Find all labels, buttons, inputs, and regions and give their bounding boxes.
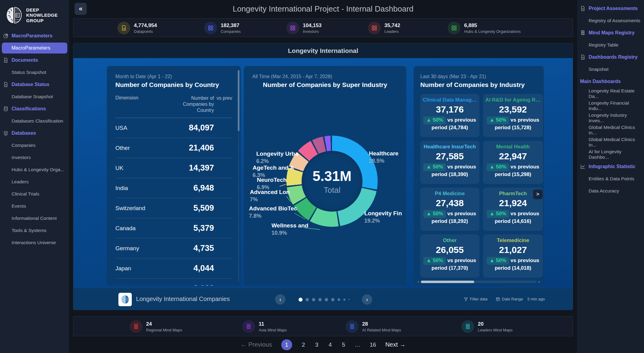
table-row: Japan4,044 <box>115 258 232 279</box>
right-nav-item-global-medical-clinics-in[interactable]: Global Medical Clinics In... <box>577 124 644 136</box>
brain-icon <box>120 294 130 305</box>
right-nav-item-global-medical-clinics-in[interactable]: Global Medical Clinics In... <box>577 136 644 148</box>
tile-comparison: ▲ 50% vs previous period (14,018) <box>485 257 541 272</box>
left-nav-item-hubs-longevity-orga[interactable]: Hubs & Longevity Orga... <box>0 164 69 176</box>
left-nav-item-databases-classification[interactable]: Databases Classification <box>0 115 69 127</box>
column-header: vs prev <box>216 95 232 113</box>
carousel-prev-button[interactable]: ‹ <box>275 294 285 305</box>
right-nav-item-longevity-real-estate-da[interactable]: Longevity Real Estate Da... <box>577 88 644 100</box>
app-root: DEEP KNOWLEDGE GROUP MacroParametersMacr… <box>0 0 644 353</box>
card-title: Number of Companies by Country <box>115 81 232 88</box>
right-nav-item-longevity-financial-indu[interactable]: Longevity Financial Indu... <box>577 100 644 112</box>
right-nav-item-snapshot[interactable]: Snapshot <box>577 63 644 75</box>
date-range-label: Date Range <box>502 297 523 301</box>
column-header: Number of Companies by Country <box>168 95 214 113</box>
right-nav-item-mind-maps-registry[interactable]: Mind Maps Registry <box>577 27 644 39</box>
nav-item-label: Databases Classification <box>12 118 63 124</box>
pagination-previous[interactable]: ← Previous <box>240 341 272 348</box>
left-nav-item-tools-systems[interactable]: Tools & Systems <box>0 224 69 237</box>
nav-item-label: Dashboards Registry <box>589 54 638 60</box>
carousel-dot[interactable] <box>306 298 309 301</box>
carousel-dot[interactable] <box>331 298 334 301</box>
chart-icon <box>580 164 586 169</box>
date-range-button[interactable]: Date Range <box>496 297 523 301</box>
pagination-page-1[interactable]: 1 <box>281 339 292 350</box>
left-nav-item-database-snapshot[interactable]: Database Snapshot <box>0 91 69 103</box>
left-nav-item-macroparameters[interactable]: MacroParameters <box>2 43 67 54</box>
left-nav-item-companies[interactable]: Companies <box>0 139 69 151</box>
right-nav-item-infographic-statistic[interactable]: Infographic Statistic <box>577 161 644 173</box>
left-nav-item-clinical-trials[interactable]: Clinical Trials <box>0 188 69 200</box>
filter-data-button[interactable]: Filter data <box>464 297 488 301</box>
stat-item: 6,885Hubs & Longevity Organizations <box>448 22 521 34</box>
left-nav-item-events[interactable]: Events <box>0 200 69 212</box>
calendar-icon <box>496 297 500 301</box>
stat-value: 104,153 <box>303 22 321 29</box>
industry-tile: Telemedicine21,027▲ 50% vs previous peri… <box>483 234 543 278</box>
left-nav-item-macroparameters[interactable]: MacroParameters <box>0 30 69 42</box>
pagination-page-4[interactable]: 4 <box>328 341 332 348</box>
right-nav-item-longevity-industry-inves[interactable]: Longevity Industry Inves... <box>577 112 644 124</box>
left-nav-item-leaders[interactable]: Leaders <box>0 176 69 188</box>
doc-icon <box>3 82 9 87</box>
left-nav-item-database-status[interactable]: Database Status <box>0 78 69 91</box>
left-nav-item-databases[interactable]: Databases <box>0 127 69 139</box>
nav-item-label: Data Accuracy <box>589 188 619 194</box>
carousel-next-button[interactable]: › <box>362 294 372 305</box>
left-nav-item-interactions-universe[interactable]: Interactions Universe <box>0 237 69 249</box>
horizontal-scrollbar-thumb[interactable] <box>421 281 474 283</box>
left-nav-item-documents[interactable]: Documents <box>0 54 69 66</box>
industry-tile: Healthcare InsurTech27,585▲ 50% vs previ… <box>420 141 479 184</box>
pagination-page-2[interactable]: 2 <box>301 341 306 348</box>
right-nav-item-ai-for-longevity-dashbo[interactable]: AI for Longevity Dashbo... <box>577 148 644 161</box>
left-nav-item-investors[interactable]: Investors <box>0 151 69 164</box>
right-nav-item-registry-table[interactable]: Registry Table <box>577 39 644 51</box>
nav-item-label: Documents <box>12 57 38 63</box>
table-row: France3,988 <box>115 279 232 286</box>
carousel-dot[interactable] <box>338 298 340 301</box>
nav-item-label: Tools & Systems <box>12 228 47 233</box>
scrollbar-thumb[interactable] <box>238 70 240 131</box>
carousel-dots <box>299 297 350 302</box>
left-nav-item-classifications[interactable]: Classifications <box>0 103 69 115</box>
right-nav-item-dashboards-registry[interactable]: Dashboards Registry <box>577 51 644 63</box>
stat-value: 4,774,954 <box>134 22 157 29</box>
stat-text: 182,387Companies <box>221 22 241 34</box>
carousel-dot[interactable] <box>325 298 328 301</box>
carousel-dot[interactable] <box>318 298 322 301</box>
change-badge: ▲ 50% <box>487 163 509 171</box>
tile-value: 21,027 <box>485 245 541 255</box>
donut-center: 5.31M Total <box>302 151 362 212</box>
pagination-page-16[interactable]: 16 <box>370 341 376 348</box>
pagination-next[interactable]: Next → <box>385 341 406 348</box>
nav-item-label: Companies <box>12 143 35 148</box>
pagination-page-3[interactable]: 3 <box>315 341 319 348</box>
nav-item-label: Registry of Assessments <box>589 18 640 23</box>
card-period: All Time (Mar 24, 2015 - Apr 7, 2028) <box>252 74 398 79</box>
nav-item-label: Classifications <box>12 106 46 112</box>
nav-item-label: Leaders <box>12 179 29 185</box>
next-tiles-button[interactable]: > <box>533 189 543 199</box>
carousel-dot[interactable] <box>312 298 315 301</box>
carousel-dot[interactable] <box>348 299 350 300</box>
stat-label: Hubs & Longevity Organizations <box>464 29 521 34</box>
row-value: 6,948 <box>168 183 214 193</box>
nav-item-label: Mind Maps Registry <box>589 30 635 36</box>
left-nav-item-informational-content[interactable]: Informational Content <box>0 212 69 224</box>
stat-item: 11Asia Mind Maps <box>242 320 287 333</box>
right-nav-item-entities-data-points[interactable]: Entities & Data Points <box>577 173 644 185</box>
right-nav-item-registry-of-assessments[interactable]: Registry of Assessments <box>577 15 644 27</box>
tile-comparison: ▲ 50% vs previous period (24,784) <box>423 116 477 131</box>
carousel-dot[interactable] <box>299 298 303 302</box>
right-nav-item-data-accuracy[interactable]: Data Accuracy <box>577 185 644 197</box>
scroll-right-arrow[interactable]: ▸ <box>538 280 540 284</box>
pagination-page-5[interactable]: 5 <box>341 341 346 348</box>
scroll-left-arrow[interactable]: ◂ <box>417 280 419 284</box>
right-nav-item-project-assessments[interactable]: Project Assessments <box>577 2 644 15</box>
carousel-dot[interactable] <box>343 299 345 301</box>
left-nav-item-status-snapshot[interactable]: Status Snapshot <box>0 66 69 78</box>
donut-callout-pct: 7% <box>250 196 290 203</box>
super-industry-card: All Time (Mar 24, 2015 - Apr 7, 2028) Nu… <box>244 66 406 286</box>
right-nav-item-main-dashboards[interactable]: Main Dashboards <box>577 75 644 88</box>
right-nav: Project AssessmentsRegistry of Assessmen… <box>577 2 644 197</box>
